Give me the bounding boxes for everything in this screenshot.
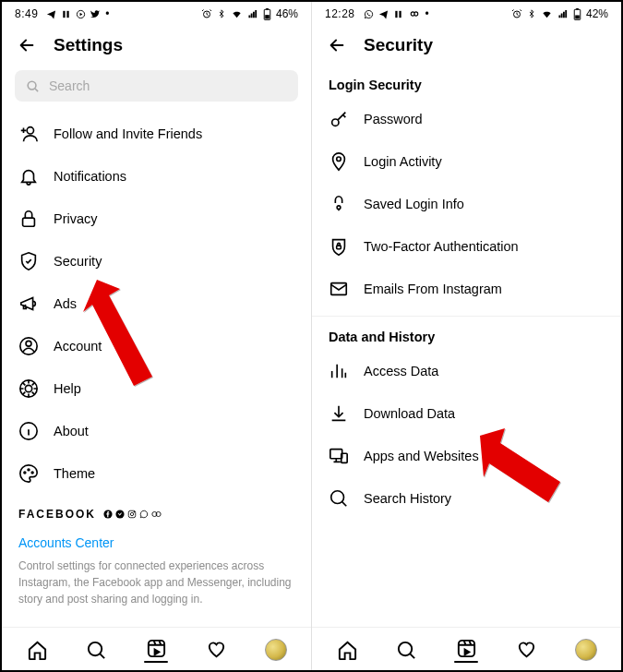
user-circle-icon bbox=[18, 336, 39, 356]
menu-item-access-data[interactable]: Access Data bbox=[312, 350, 621, 392]
twitter-icon bbox=[90, 9, 101, 19]
search-nav-icon[interactable] bbox=[395, 639, 417, 661]
menu-item-saved-login[interactable]: Saved Login Info bbox=[312, 183, 621, 225]
reels-icon bbox=[455, 637, 477, 659]
bell-icon bbox=[18, 166, 39, 186]
svg-point-16 bbox=[28, 469, 30, 471]
alarm-icon bbox=[511, 8, 522, 19]
svg-point-8 bbox=[27, 127, 33, 134]
page-title: Settings bbox=[54, 35, 123, 55]
search-icon bbox=[26, 79, 40, 93]
menu-item-theme[interactable]: Theme bbox=[2, 452, 311, 495]
menu-label: Access Data bbox=[364, 364, 605, 378]
home-icon[interactable] bbox=[26, 639, 48, 661]
svg-point-34 bbox=[337, 157, 341, 162]
svg-point-39 bbox=[331, 491, 344, 504]
battery-icon bbox=[263, 8, 271, 20]
svg-rect-37 bbox=[330, 450, 342, 459]
add-user-icon bbox=[18, 124, 39, 144]
shield-lock-icon bbox=[329, 236, 349, 257]
pause-icon bbox=[61, 9, 71, 19]
pin-icon bbox=[329, 151, 349, 172]
menu-item-two-factor[interactable]: Two-Factor Authentication bbox=[312, 225, 621, 268]
telegram-icon bbox=[378, 9, 389, 19]
svg-rect-27 bbox=[395, 10, 397, 17]
back-arrow-icon[interactable] bbox=[17, 35, 37, 55]
menu-label: Login Activity bbox=[364, 154, 605, 169]
menu-item-download-data[interactable]: Download Data bbox=[312, 392, 621, 435]
search-box[interactable] bbox=[15, 70, 298, 102]
svg-rect-1 bbox=[67, 10, 69, 17]
bottom-nav bbox=[2, 627, 311, 670]
menu-item-about[interactable]: About bbox=[2, 410, 311, 452]
svg-point-11 bbox=[26, 341, 31, 346]
mail-icon bbox=[329, 279, 349, 299]
megaphone-icon bbox=[18, 294, 39, 314]
menu-item-follow[interactable]: Follow and Invite Friends bbox=[2, 113, 311, 155]
alarm-icon bbox=[201, 8, 212, 19]
menu-item-search-history[interactable]: Search History bbox=[312, 477, 621, 520]
menu-item-account[interactable]: Account bbox=[2, 325, 311, 367]
svg-point-7 bbox=[28, 81, 36, 90]
download-icon bbox=[329, 403, 349, 424]
profile-avatar[interactable] bbox=[575, 639, 597, 661]
svg-point-21 bbox=[130, 512, 133, 515]
search-nav-icon[interactable] bbox=[85, 639, 107, 661]
wifi-icon bbox=[541, 9, 553, 19]
svg-point-15 bbox=[24, 472, 26, 474]
svg-point-22 bbox=[134, 511, 135, 512]
lock-icon bbox=[18, 209, 39, 229]
bluetooth-icon bbox=[527, 8, 536, 19]
battery-icon bbox=[573, 8, 581, 20]
devices-icon bbox=[329, 446, 349, 466]
heart-icon[interactable] bbox=[516, 639, 538, 661]
svg-rect-9 bbox=[23, 218, 35, 226]
menu-item-help[interactable]: Help bbox=[2, 367, 311, 410]
menu-label: Emails From Instagram bbox=[364, 282, 605, 296]
help-icon bbox=[18, 378, 39, 399]
svg-rect-31 bbox=[576, 8, 579, 9]
menu-item-notifications[interactable]: Notifications bbox=[2, 155, 311, 198]
menu-label: About bbox=[54, 424, 294, 438]
info-icon bbox=[18, 421, 39, 441]
svg-point-33 bbox=[332, 119, 339, 126]
menu-label: Follow and Invite Friends bbox=[54, 126, 294, 141]
menu-item-privacy[interactable]: Privacy bbox=[2, 198, 311, 240]
reels-nav[interactable] bbox=[144, 637, 168, 663]
keyhole-icon bbox=[329, 194, 349, 214]
facebook-brand-text: FACEBOOK bbox=[18, 508, 96, 521]
home-icon[interactable] bbox=[336, 639, 358, 661]
back-arrow-icon[interactable] bbox=[327, 35, 347, 55]
status-bar: 8:49 • 46% bbox=[2, 2, 311, 22]
header: Security bbox=[312, 22, 621, 65]
menu-item-security[interactable]: Security bbox=[2, 240, 311, 282]
menu-item-apps-websites[interactable]: Apps and Websites bbox=[312, 435, 621, 477]
shield-check-icon bbox=[18, 251, 39, 271]
menu-item-login-activity[interactable]: Login Activity bbox=[312, 140, 621, 183]
svg-rect-0 bbox=[64, 10, 66, 17]
svg-point-40 bbox=[399, 642, 412, 654]
signal-icon bbox=[557, 9, 569, 19]
section-data-history: Data and History bbox=[312, 317, 621, 350]
profile-avatar[interactable] bbox=[265, 639, 287, 661]
chart-icon bbox=[329, 361, 349, 381]
accounts-center-link[interactable]: Accounts Center bbox=[2, 526, 311, 554]
menu-item-password[interactable]: Password bbox=[312, 98, 621, 140]
bluetooth-icon bbox=[217, 8, 226, 19]
menu-item-emails[interactable]: Emails From Instagram bbox=[312, 268, 621, 310]
svg-rect-32 bbox=[575, 15, 580, 18]
wifi-icon bbox=[231, 9, 243, 19]
reels-nav[interactable] bbox=[454, 637, 478, 663]
search-input[interactable] bbox=[49, 78, 287, 93]
pause-icon bbox=[393, 9, 403, 19]
infinity-icon bbox=[408, 9, 421, 18]
dot-icon: • bbox=[425, 7, 429, 20]
battery-text: 42% bbox=[586, 7, 608, 20]
menu-label: Two-Factor Authentication bbox=[364, 239, 605, 254]
palette-icon bbox=[18, 463, 39, 484]
menu-label: Saved Login Info bbox=[364, 197, 605, 211]
menu-item-ads[interactable]: Ads bbox=[2, 282, 311, 325]
facebook-product-icons bbox=[103, 510, 162, 519]
heart-icon[interactable] bbox=[206, 639, 228, 661]
bottom-nav bbox=[312, 627, 621, 670]
